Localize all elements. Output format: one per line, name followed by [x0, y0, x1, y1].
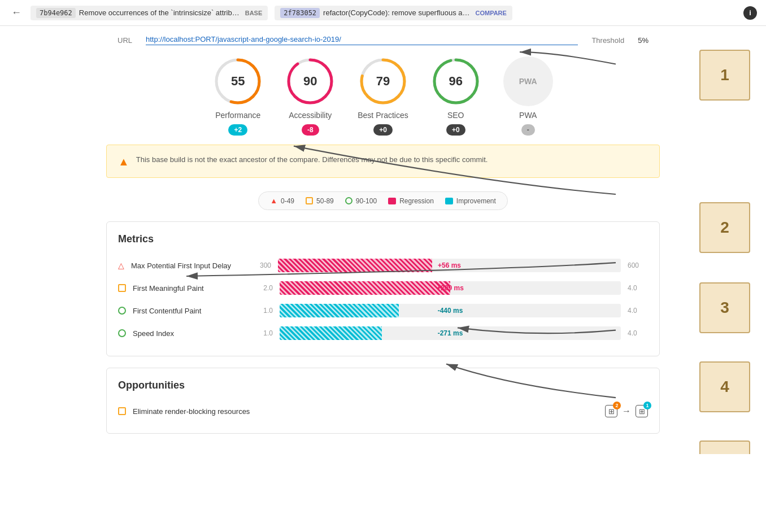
score-label-pwa: PWA	[519, 111, 537, 120]
annotation-2: 2	[699, 202, 750, 253]
metric-row: First Meaningful Paint 2.0 +209 ms 4.0	[118, 277, 648, 299]
threshold-dropdown[interactable]: 5%	[638, 36, 649, 45]
metric-row: Speed Index 1.0 -271 ms 4.0	[118, 322, 648, 345]
warning-text: This base build is not the exact ancesto…	[136, 154, 488, 165]
warning-box: ▲ This base build is not the exact ances…	[106, 145, 660, 178]
metric-row: △ Max Potential First Input Delay 300 +5…	[118, 254, 648, 277]
metric-bar: +56 ms	[278, 259, 621, 272]
metric-icon	[118, 307, 126, 315]
opp-actions: ⊞ 2 → ⊞ 1	[605, 405, 648, 417]
annotation-3: 3	[699, 282, 750, 333]
metric-bar: -271 ms	[280, 326, 621, 340]
warning-icon: ▲	[118, 155, 129, 168]
score-label-seo: SEO	[447, 111, 464, 120]
opp-count-right: 1	[643, 402, 651, 409]
opp-name: Eliminate render-blocking resources	[133, 407, 598, 416]
legend-row: ▲0-4950-8990-100RegressionImprovement	[258, 191, 508, 210]
score-item-pwa: PWA PWA -	[503, 56, 553, 136]
metric-max: 4.0	[628, 329, 648, 337]
legend-label: Regression	[399, 197, 434, 205]
pwa-text: PWA	[519, 77, 537, 86]
legend-circle-icon	[345, 197, 352, 204]
metric-icon	[118, 284, 126, 292]
legend-label: 50-89	[316, 197, 334, 205]
score-badge-pwa: -	[521, 124, 535, 136]
score-number-accessibility: 90	[303, 74, 317, 89]
metric-change-label: +209 ms	[437, 284, 464, 292]
compare-label: COMPARE	[475, 10, 506, 16]
back-button[interactable]: ←	[9, 5, 24, 21]
metric-name: Max Potential First Input Delay	[131, 261, 244, 270]
metric-change-label: -271 ms	[438, 329, 463, 337]
main-content: URL http://localhost:PORT/javascript-and…	[72, 26, 694, 454]
legend-item-circle: 90-100	[345, 197, 377, 205]
top-bar: ← 7b94e962 Remove occurrences of the `in…	[0, 0, 766, 26]
url-bar: URL http://localhost:PORT/javascript-and…	[106, 35, 660, 45]
score-circle-bestpractices: 79	[358, 56, 408, 106]
score-circle-performance: 55	[213, 56, 263, 106]
opp-arrow-icon: →	[622, 406, 631, 416]
pwa-circle: PWA	[503, 56, 553, 106]
score-item-seo: 96 SEO +0	[431, 56, 481, 136]
opportunities-title: Opportunities	[118, 380, 648, 391]
opp-badge-left[interactable]: ⊞ 2	[605, 405, 617, 417]
compare-commit-chip: 2f783052 refactor(CopyCode): remove supe…	[275, 6, 512, 20]
metrics-section: Metrics △ Max Potential First Input Dela…	[106, 221, 660, 356]
score-item-performance: 55 Performance +2	[213, 56, 263, 136]
metric-max: 600	[628, 261, 648, 269]
url-label: URL	[117, 36, 132, 45]
base-hash: 7b94e962	[36, 8, 76, 18]
opp-icon	[118, 407, 126, 415]
score-item-accessibility: 90 Accessibility -8	[285, 56, 335, 136]
compare-hash: 2f783052	[280, 8, 320, 18]
legend-label: 90-100	[356, 197, 377, 205]
score-badge-accessibility: -8	[302, 124, 319, 136]
opp-count-left: 2	[613, 402, 621, 409]
metric-change-label: -440 ms	[438, 307, 463, 315]
metric-name: Speed Index	[133, 329, 246, 338]
metric-min: 2.0	[253, 284, 273, 292]
metric-bar: +209 ms	[280, 281, 621, 295]
score-badge-seo: +0	[446, 124, 465, 136]
url-value: http://localhost:PORT/javascript-and-goo…	[146, 35, 578, 45]
score-circle-seo: 96	[431, 56, 481, 106]
legend-item-improvement: Improvement	[445, 197, 496, 205]
scores-row: 55 Performance +2 90 Accessibility -8	[106, 56, 660, 136]
legend-item-regression: Regression	[388, 197, 434, 205]
legend-square-icon	[306, 197, 313, 204]
base-commit-chip: 7b94e962 Remove occurrences of the `intr…	[31, 6, 268, 20]
base-desc: Remove occurrences of the `intrinsicsize…	[79, 8, 240, 17]
opportunities-rows: Eliminate render-blocking resources ⊞ 2 …	[118, 400, 648, 422]
score-item-bestpractices: 79 Best Practices +0	[358, 56, 408, 136]
opportunity-row: Eliminate render-blocking resources ⊞ 2 …	[118, 400, 648, 422]
annotation-5: 5	[699, 441, 750, 454]
metric-min: 300	[251, 261, 271, 269]
compare-desc: refactor(CopyCode): remove superfluous a…	[323, 8, 469, 17]
metrics-rows: △ Max Potential First Input Delay 300 +5…	[118, 254, 648, 345]
score-number-bestpractices: 79	[376, 74, 390, 89]
legend-improvement-icon	[445, 198, 453, 204]
opp-badge-right[interactable]: ⊞ 1	[636, 405, 648, 417]
info-button[interactable]: i	[743, 6, 757, 20]
score-badge-bestpractices: +0	[373, 124, 393, 136]
metric-min: 1.0	[253, 307, 273, 315]
score-label-bestpractices: Best Practices	[358, 111, 408, 120]
score-number-seo: 96	[449, 74, 462, 89]
annotation-1: 1	[699, 50, 750, 101]
legend-regression-icon	[388, 198, 396, 204]
base-label: BASE	[245, 10, 263, 16]
metric-min: 1.0	[253, 329, 273, 337]
legend-item-square: 50-89	[306, 197, 334, 205]
metric-max: 4.0	[628, 307, 648, 315]
annotation-4: 4	[699, 361, 750, 412]
metric-bar: -440 ms	[280, 304, 621, 317]
legend-triangle-icon: ▲	[270, 197, 277, 205]
legend-label: 0-49	[281, 197, 294, 205]
metrics-title: Metrics	[118, 233, 648, 245]
opportunities-section: Opportunities Eliminate render-blocking …	[106, 368, 660, 434]
metric-name: First Meaningful Paint	[133, 284, 246, 293]
metric-icon: △	[118, 261, 124, 270]
score-label-performance: Performance	[215, 111, 260, 120]
legend-label: Improvement	[456, 197, 496, 205]
score-number-performance: 55	[231, 74, 245, 89]
